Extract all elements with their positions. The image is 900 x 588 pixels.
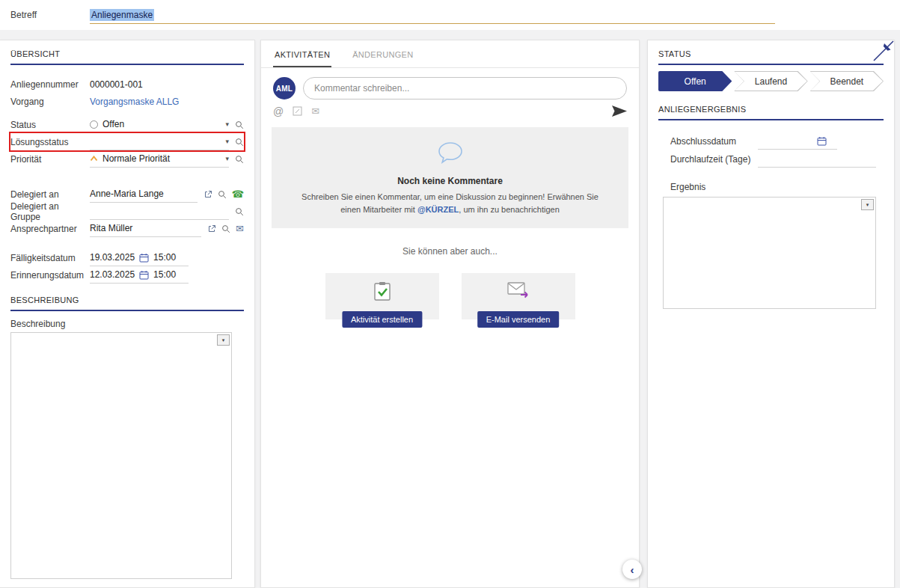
open-record-icon[interactable] [203, 190, 212, 199]
edit-pencil-corner-icon[interactable] [873, 40, 894, 61]
calendar-icon[interactable] [817, 136, 827, 146]
status-step-laufend[interactable]: Laufend [734, 71, 807, 91]
empty-state-text-after: , um ihn zu benachrichtigen [459, 205, 560, 214]
row-durchlaufzeit: Durchlaufzeit (Tage) [670, 150, 876, 168]
row-vorgang: Vorgang Vorgangsmaske ALLG [10, 93, 244, 110]
status-radio-icon [90, 120, 98, 129]
status-result-panel: STATUS Offen Laufend Beendet ANLIEGENERG… [647, 40, 895, 588]
anliegen-window: Betreff Anliegenmaske ÜBERSICHT Anliegen… [0, 0, 900, 588]
row-abschlussdatum: Abschlussdatum [670, 132, 876, 150]
comment-toolbar: @ ✉ [273, 105, 627, 117]
card-send-email: E-Mail versenden [462, 273, 575, 319]
vorgang-link[interactable]: Vorgangsmaske ALLG [90, 97, 179, 107]
mention-icon[interactable]: @ [273, 106, 284, 117]
row-prioritaet: Priorität Normale Priorität ▾ [10, 150, 244, 168]
activities-tabbar: AKTIVITÄTEN ÄNDERUNGEN [261, 40, 639, 68]
comment-input[interactable] [303, 77, 627, 99]
status-field[interactable]: Offen ▾ [90, 117, 229, 133]
faelligkeitsdatum-field[interactable]: 19.03.2025 15:00 [90, 250, 189, 266]
erinnerungsdatum-field[interactable]: 12.03.2025 15:00 [90, 267, 189, 284]
comment-row: AML [273, 77, 627, 99]
dropdown-button[interactable]: ▾ [861, 199, 874, 210]
status-step-beendet[interactable]: Beendet [810, 71, 884, 91]
search-icon[interactable] [235, 138, 244, 147]
row-ansprechpartner: Ansprechpartner Rita Müller ✉ [10, 220, 244, 237]
clipboard-check-icon [373, 281, 392, 301]
delegiert-an-gruppe-field[interactable] [90, 203, 229, 220]
ansprechpartner-field[interactable]: Rita Müller [90, 221, 201, 237]
overview-fields: Anliegennummer 0000001-001 Vorgang Vorga… [10, 76, 244, 284]
search-icon[interactable] [235, 207, 244, 216]
section-title-anliegenergebnis: ANLIEGENERGEBNIS [658, 105, 884, 120]
row-delegiert-an-gruppe: Delegiert an Gruppe [10, 203, 244, 220]
email-icon[interactable]: ✉ [311, 106, 319, 116]
send-icon[interactable] [612, 105, 627, 117]
abschlussdatum-label: Abschlussdatum [670, 136, 758, 147]
activities-panel: AKTIVITÄTEN ÄNDERUNGEN AML @ ✉ Noch kein… [260, 40, 640, 588]
section-title-beschreibung: BESCHREIBUNG [10, 295, 244, 311]
email-send-icon [507, 281, 530, 298]
prioritaet-value: Normale Priorität [102, 153, 170, 164]
tab-aenderungen[interactable]: ÄNDERUNGEN [351, 40, 414, 67]
open-record-icon[interactable] [207, 224, 216, 233]
ansprechpartner-value: Rita Müller [90, 223, 132, 233]
row-faelligkeitsdatum: Fälligkeitsdatum 19.03.2025 15:00 [10, 249, 244, 266]
send-email-button[interactable]: E-Mail versenden [477, 311, 560, 328]
avatar: AML [273, 77, 296, 99]
collapse-panel-button[interactable]: ‹ [622, 560, 642, 579]
abschlussdatum-field[interactable] [758, 133, 837, 150]
row-status: Status Offen ▾ [10, 116, 244, 133]
row-anliegennummer: Anliegennummer 0000001-001 [10, 76, 244, 93]
note-icon[interactable] [293, 106, 302, 116]
speech-bubble-icon [437, 141, 464, 165]
betreff-input[interactable]: Anliegenmaske [90, 7, 775, 24]
empty-state-text: Schreiben Sie einen Kommentar, um eine D… [293, 191, 607, 216]
vorgang-label: Vorgang [10, 97, 90, 107]
calendar-icon[interactable] [139, 270, 149, 280]
search-icon[interactable] [235, 155, 244, 164]
status-label: Status [10, 120, 90, 130]
result-fields: Abschlussdatum Durchlaufzeit (Tage) [658, 132, 884, 168]
search-icon[interactable] [235, 120, 244, 129]
search-icon[interactable] [218, 190, 227, 199]
chevron-down-icon[interactable]: ▾ [225, 156, 229, 162]
overview-panel: ÜBERSICHT Anliegennummer 0000001-001 Vor… [0, 40, 255, 588]
calendar-icon[interactable] [139, 253, 149, 263]
chevron-down-icon[interactable]: ▾ [225, 138, 229, 145]
faelligkeitsdatum-time: 15:00 [153, 252, 176, 263]
durchlaufzeit-label: Durchlaufzeit (Tage) [670, 154, 758, 165]
topbar: Betreff Anliegenmaske [0, 0, 900, 30]
delegiert-an-label: Delegiert an [10, 189, 90, 200]
betreff-label: Betreff [10, 10, 90, 20]
mention-token: @KÜRZEL [417, 205, 459, 214]
email-icon[interactable]: ✉ [236, 224, 244, 233]
prioritaet-field[interactable]: Normale Priorität ▾ [90, 151, 229, 168]
betreff-value-selected-text: Anliegenmaske [90, 9, 154, 21]
ergebnis-label: Ergebnis [670, 182, 884, 192]
durchlaufzeit-field[interactable] [758, 151, 876, 168]
quick-action-cards: Aktivität erstellen E-Mail versenden [261, 273, 639, 319]
anliegennummer-value: 0000001-001 [90, 76, 244, 93]
status-step-offen[interactable]: Offen [658, 71, 732, 91]
section-title-status: STATUS [658, 40, 884, 65]
search-icon[interactable] [221, 224, 230, 233]
erinnerungsdatum-time: 15:00 [153, 269, 176, 280]
also-text: Sie können aber auch... [261, 246, 639, 257]
beschreibung-textarea[interactable]: ▾ [10, 332, 232, 579]
row-erinnerungsdatum: Erinnerungsdatum 12.03.2025 15:00 [10, 266, 244, 284]
dropdown-button[interactable]: ▾ [217, 334, 230, 346]
faelligkeitsdatum-label: Fälligkeitsdatum [10, 253, 90, 263]
status-steps: Offen Laufend Beendet [658, 71, 884, 91]
delegiert-an-field[interactable]: Anne-Maria Lange [90, 186, 198, 203]
loesungsstatus-field[interactable]: ▾ [90, 134, 229, 150]
card-create-activity: Aktivität erstellen [325, 273, 439, 319]
erinnerungsdatum-label: Erinnerungsdatum [10, 270, 90, 281]
ergebnis-textarea[interactable]: ▾ [663, 197, 876, 309]
ansprechpartner-label: Ansprechpartner [10, 224, 90, 234]
chevron-down-icon[interactable]: ▾ [225, 121, 229, 128]
phone-icon[interactable]: ☎ [232, 189, 244, 199]
delegiert-an-gruppe-label: Delegiert an Gruppe [10, 201, 90, 222]
row-loesungsstatus: Lösungsstatus ▾ [10, 133, 244, 150]
tab-aktivitaeten[interactable]: AKTIVITÄTEN [273, 40, 331, 67]
create-activity-button[interactable]: Aktivität erstellen [342, 311, 422, 328]
